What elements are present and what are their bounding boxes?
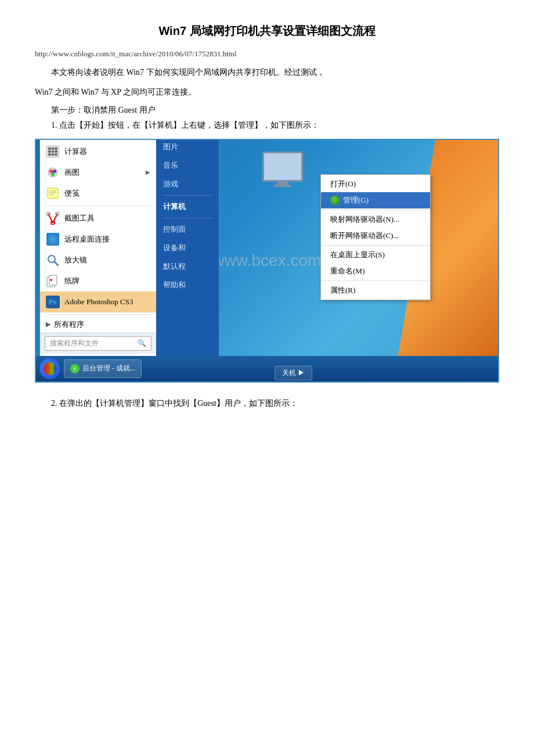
- search-icon: 🔍: [138, 339, 146, 348]
- page-title: Win7 局域网打印机共享设置详细图文流程: [35, 23, 499, 39]
- menu-item-remote[interactable]: 远程桌面连接: [40, 229, 156, 250]
- menu-item-label: 远程桌面连接: [64, 234, 110, 244]
- right-item-help[interactable]: 帮助和: [156, 276, 219, 294]
- ps-icon: Ps: [46, 295, 60, 309]
- menu-separator: [46, 206, 150, 206]
- open-label: 打开(O): [330, 179, 356, 189]
- ctx-item-manage[interactable]: 管理(G): [321, 192, 430, 208]
- menu-item-label: 纸牌: [64, 276, 80, 286]
- manage-icon: [330, 196, 340, 205]
- taskbar-item-admin[interactable]: e 后台管理 - 成就...: [64, 359, 142, 378]
- intro-text-2: Win7 之间和 Win7 与 XP 之间均可正常连接。: [35, 85, 499, 99]
- url-line: http://www.cnblogs.com/it_mac/archive/20…: [35, 49, 499, 59]
- menu-separator-2: [46, 314, 150, 315]
- manage-label: 管理(G): [343, 195, 369, 206]
- ctx-item-rename[interactable]: 重命名(M): [321, 263, 430, 279]
- start-menu-left: 入门 ▶ ▶ Windows Media Center: [40, 139, 156, 356]
- menu-item-label: 画图: [64, 167, 80, 178]
- ctx-separator-3: [321, 280, 430, 281]
- right-separator: [163, 195, 212, 196]
- right-item-computer[interactable]: 计算机: [156, 197, 219, 216]
- svg-point-5: [53, 170, 56, 173]
- remote-icon: [46, 232, 60, 246]
- ctx-item-disconnect-drive[interactable]: 断开网络驱动器(C)...: [321, 228, 430, 244]
- menu-item-arrow: ▶: [146, 169, 150, 175]
- right-item-games[interactable]: 游戏: [156, 175, 219, 193]
- monitor-base: [274, 185, 291, 187]
- svg-point-4: [49, 170, 53, 173]
- intro-text-1: 本文将向读者说明在 Win7 下如何实现同个局域网内共享打印机。经过测试，: [35, 66, 499, 80]
- start-menu: 入门 ▶ ▶ Windows Media Center: [39, 139, 219, 356]
- svg-rect-7: [48, 188, 58, 199]
- start-menu-right: Mac 文档 图片 音乐 游戏 计算机 控制面 设备和 默认程 帮助和: [156, 139, 219, 356]
- ps-icon-shape: Ps: [46, 296, 60, 308]
- ctx-item-show-desktop[interactable]: 在桌面上显示(S): [321, 247, 430, 263]
- all-programs-item[interactable]: ▶ 所有程序: [40, 316, 156, 333]
- all-programs-label: 所有程序: [54, 319, 84, 330]
- svg-line-17: [55, 262, 58, 265]
- svg-point-6: [51, 172, 55, 176]
- screenshot-1: www.bcex.com 入门 ▶: [35, 139, 499, 383]
- menu-item-label: 便笺: [64, 188, 80, 199]
- snip-icon: [46, 211, 60, 225]
- menu-item-ps[interactable]: Ps Adobe Photoshop CS3: [40, 291, 156, 312]
- search-box[interactable]: 搜索程序和文件 🔍: [45, 336, 151, 351]
- monitor-icon: [262, 152, 303, 182]
- taskbar-item-label: 后台管理 - 成就...: [82, 363, 135, 373]
- cards-icon: ♥: [46, 274, 60, 288]
- taskbar-item-icon: e: [70, 364, 80, 373]
- menu-item-cards[interactable]: ♥ 纸牌: [40, 271, 156, 291]
- disconnect-drive-label: 断开网络驱动器(C)...: [330, 231, 399, 241]
- sticky-icon: [46, 186, 60, 200]
- shutdown-button[interactable]: 关机 ▶: [275, 366, 312, 380]
- menu-item-label: 截图工具: [64, 213, 95, 224]
- ctx-item-props[interactable]: 属性(R): [321, 282, 430, 298]
- ctx-item-open[interactable]: 打开(O): [321, 176, 430, 192]
- right-item-devices[interactable]: 设备和: [156, 239, 219, 257]
- search-placeholder: 搜索程序和文件: [50, 339, 99, 348]
- map-drive-label: 映射网络驱动器(N)...: [330, 214, 399, 225]
- remote-icon-shape: [46, 233, 59, 246]
- rename-label: 重命名(M): [330, 266, 365, 276]
- calc-icon: [46, 145, 60, 159]
- right-item-pics[interactable]: 图片: [156, 139, 219, 156]
- right-item-music[interactable]: 音乐: [156, 156, 219, 175]
- ctx-separator-1: [321, 210, 430, 210]
- monitor-area: [262, 152, 303, 182]
- context-menu: 打开(O) 管理(G) 映射网络驱动器(N)... 断开网络驱动器(C)... …: [320, 174, 431, 300]
- calc-icon-shape: [46, 146, 59, 157]
- ctx-separator-2: [321, 245, 430, 246]
- right-separator-2: [163, 218, 212, 218]
- step2-section: 2. 在弹出的【计算机管理】窗口中找到【Guest】用户，如下图所示：: [35, 397, 499, 411]
- ctx-item-map-drive[interactable]: 映射网络驱动器(N)...: [321, 211, 430, 228]
- menu-item-snip[interactable]: 截图工具: [40, 208, 156, 229]
- show-desktop-label: 在桌面上显示(S): [330, 250, 385, 260]
- menu-item-magnifier[interactable]: 放大镜: [40, 250, 156, 271]
- magnifier-icon: [46, 253, 60, 267]
- menu-item-label: Adobe Photoshop CS3: [64, 297, 133, 307]
- step1-instruction: 1. 点击【开始】按钮，在【计算机】上右键，选择【管理】，如下图所示：: [35, 120, 499, 131]
- taskbar: e 后台管理 - 成就... 关机 ▶: [36, 356, 498, 381]
- menu-item-sticky[interactable]: 便笺: [40, 183, 156, 204]
- svg-text:♥: ♥: [50, 278, 53, 283]
- start-button[interactable]: [39, 358, 60, 379]
- menu-item-label: 计算器: [64, 146, 87, 157]
- menu-item-paint[interactable]: 画图 ▶: [40, 162, 156, 183]
- start-icon: [44, 362, 56, 375]
- page-content: Win7 局域网打印机共享设置详细图文流程 http://www.cnblogs…: [35, 23, 499, 410]
- paint-icon: [46, 165, 60, 179]
- menu-item-calc[interactable]: 计算器: [40, 141, 156, 162]
- step2-instruction: 2. 在弹出的【计算机管理】窗口中找到【Guest】用户，如下图所示：: [35, 397, 499, 411]
- right-item-default[interactable]: 默认程: [156, 257, 219, 276]
- right-item-control[interactable]: 控制面: [156, 220, 219, 239]
- search-area: 搜索程序和文件 🔍: [40, 333, 156, 354]
- start-menu-body: 入门 ▶ ▶ Windows Media Center: [40, 139, 219, 356]
- menu-item-label: 放大镜: [64, 255, 87, 265]
- step1-title: 第一步：取消禁用 Guest 用户: [35, 105, 499, 116]
- props-label: 属性(R): [330, 285, 355, 296]
